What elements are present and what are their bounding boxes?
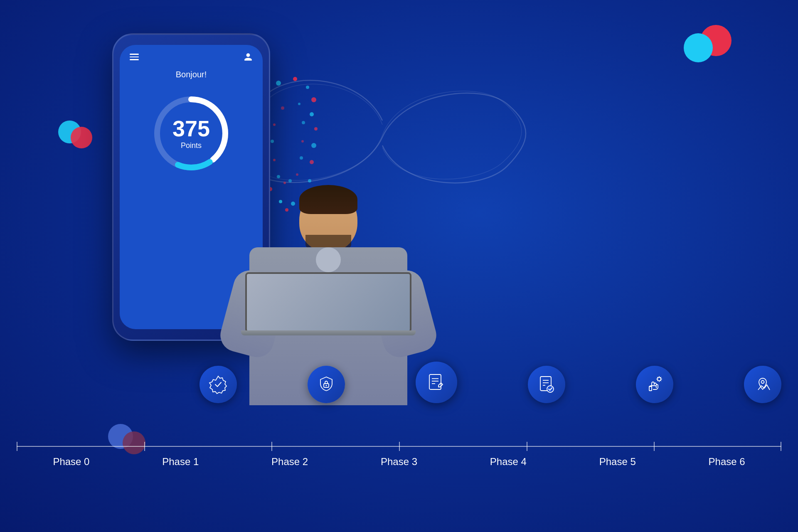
svg-point-2 <box>276 81 281 86</box>
svg-point-11 <box>311 143 316 148</box>
phase-2-label: Phase 2 <box>271 456 308 468</box>
phase-6-label-container: Phase 6 <box>672 456 781 468</box>
phase-3-label: Phase 3 <box>381 456 417 468</box>
svg-point-22 <box>298 103 300 105</box>
svg-point-13 <box>310 160 314 164</box>
phase-5-label: Phase 5 <box>599 456 636 468</box>
shield-lock-icon <box>317 375 335 394</box>
phase-1-label-container: Phase 1 <box>126 456 235 468</box>
svg-point-3 <box>293 77 297 81</box>
tick-6 <box>781 442 781 451</box>
timeline-container <box>17 446 781 447</box>
hamburger-icon <box>130 54 139 60</box>
phase-4-label: Phase 4 <box>490 456 527 468</box>
svg-point-6 <box>310 112 314 116</box>
hair <box>299 185 357 214</box>
svg-point-32 <box>288 179 292 182</box>
tick-4 <box>527 442 527 451</box>
svg-point-28 <box>300 156 303 160</box>
deco-circles-left <box>58 121 96 150</box>
svg-point-15 <box>308 179 311 182</box>
phase-4-label-container: Phase 4 <box>453 456 563 468</box>
phase-5-icon-bubble <box>636 366 673 403</box>
svg-point-24 <box>302 121 305 124</box>
svg-point-26 <box>301 140 304 143</box>
tick-1 <box>144 442 145 451</box>
tick-0 <box>17 442 17 451</box>
tick-2 <box>271 442 272 451</box>
svg-point-21 <box>281 106 284 110</box>
deco-circles-top-right <box>682 25 732 66</box>
user-icon <box>244 52 253 62</box>
phase-2-icon-bubble <box>308 366 345 403</box>
gear-hand-icon <box>645 375 664 394</box>
document-edit-icon <box>426 372 447 393</box>
svg-point-29 <box>277 175 280 178</box>
location-pin-icon <box>753 375 772 394</box>
laptop-screen <box>245 272 411 332</box>
svg-point-48 <box>547 386 554 392</box>
phase-6-label: Phase 6 <box>709 456 745 468</box>
phase-5-icon-area <box>636 366 673 403</box>
phase-4-icon-bubble <box>528 366 565 403</box>
phase-0-label: Phase 0 <box>53 456 89 468</box>
badge-check-icon <box>209 375 228 394</box>
tick-5 <box>654 442 655 451</box>
phase-labels: Phase 0 Phase 1 Phase 2 Phase 3 Phase 4 … <box>17 456 781 468</box>
svg-point-23 <box>273 123 276 126</box>
document-check-icon <box>537 375 556 394</box>
phase-2-icon-area <box>308 366 345 403</box>
progress-area: 375 Points <box>120 88 263 179</box>
deco-circle-blue <box>684 33 713 62</box>
phase-6-icon-bubble <box>744 366 781 403</box>
laptop-base <box>241 330 416 335</box>
svg-rect-49 <box>649 387 652 391</box>
points-label: Points <box>172 141 210 150</box>
svg-point-5 <box>311 97 316 102</box>
points-value: 375 <box>172 117 210 140</box>
svg-point-27 <box>273 159 276 161</box>
phase-1-label: Phase 1 <box>162 456 199 468</box>
deco-circles-bottom-left <box>108 424 150 457</box>
phase-5-label-container: Phase 5 <box>563 456 672 468</box>
phase-3-icon-bubble <box>416 362 457 403</box>
phase-3-label-container: Phase 3 <box>345 456 454 468</box>
phase-3-icon-area <box>416 362 457 403</box>
svg-point-30 <box>296 173 298 176</box>
phase-1-icon-area <box>200 366 237 403</box>
svg-point-39 <box>326 385 327 386</box>
svg-point-25 <box>271 140 274 143</box>
timeline-line <box>17 446 781 447</box>
phone-header <box>120 45 263 66</box>
phase-1-icon-bubble <box>200 366 237 403</box>
svg-marker-37 <box>209 376 227 394</box>
phone-greeting: Bonjour! <box>120 70 263 79</box>
collar <box>316 247 341 272</box>
deco-circle-red-left <box>71 127 92 148</box>
progress-ring: 375 Points <box>150 92 233 175</box>
phase-6-icon-area <box>744 366 781 403</box>
phase-0-label-container: Phase 0 <box>17 456 126 468</box>
person-area <box>179 189 478 459</box>
svg-point-31 <box>283 182 286 184</box>
deco-circle-red-bottom <box>123 431 145 454</box>
svg-point-4 <box>306 86 309 89</box>
svg-point-50 <box>658 377 661 381</box>
phase-2-label-container: Phase 2 <box>235 456 345 468</box>
phase-4-icon-area <box>528 366 565 403</box>
svg-point-9 <box>314 127 318 131</box>
points-display: 375 Points <box>172 117 210 150</box>
tick-3 <box>399 442 400 451</box>
svg-point-51 <box>761 381 764 384</box>
head <box>299 189 357 251</box>
